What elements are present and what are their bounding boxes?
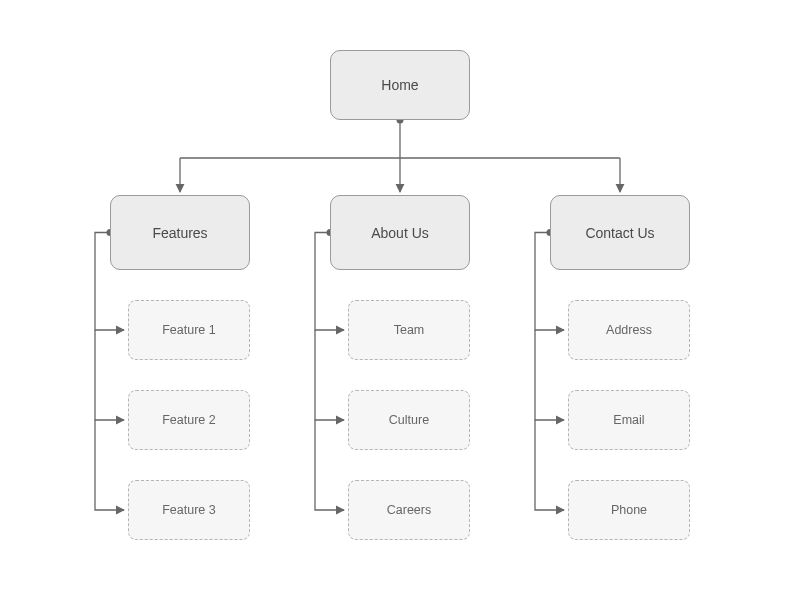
leaf-team: Team [348,300,470,360]
node-features: Features [110,195,250,270]
node-home: Home [330,50,470,120]
leaf-phone: Phone [568,480,690,540]
leaf-feature-1: Feature 1 [128,300,250,360]
leaf-culture: Culture [348,390,470,450]
leaf-careers: Careers [348,480,470,540]
node-contact-us: Contact Us [550,195,690,270]
leaf-address: Address [568,300,690,360]
node-about-us: About Us [330,195,470,270]
leaf-feature-2: Feature 2 [128,390,250,450]
leaf-email: Email [568,390,690,450]
leaf-feature-3: Feature 3 [128,480,250,540]
